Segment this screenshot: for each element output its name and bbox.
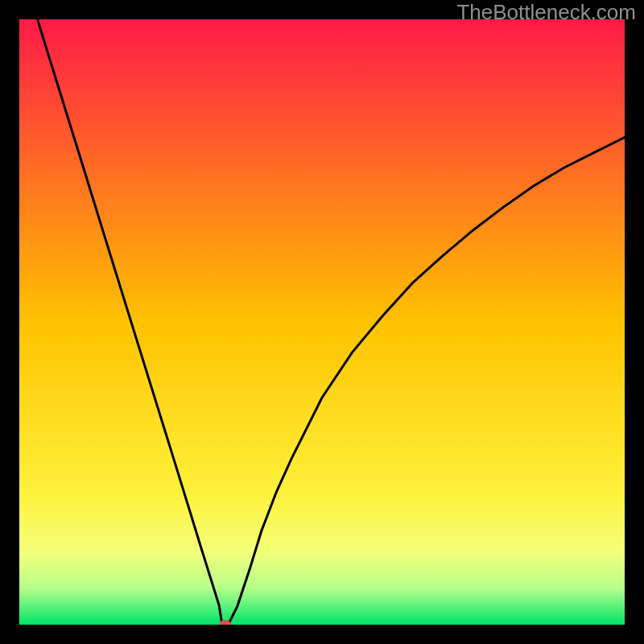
plot-background	[19, 19, 625, 625]
chart-frame: TheBottleneck.com	[0, 0, 644, 644]
bottleneck-plot	[19, 19, 625, 625]
